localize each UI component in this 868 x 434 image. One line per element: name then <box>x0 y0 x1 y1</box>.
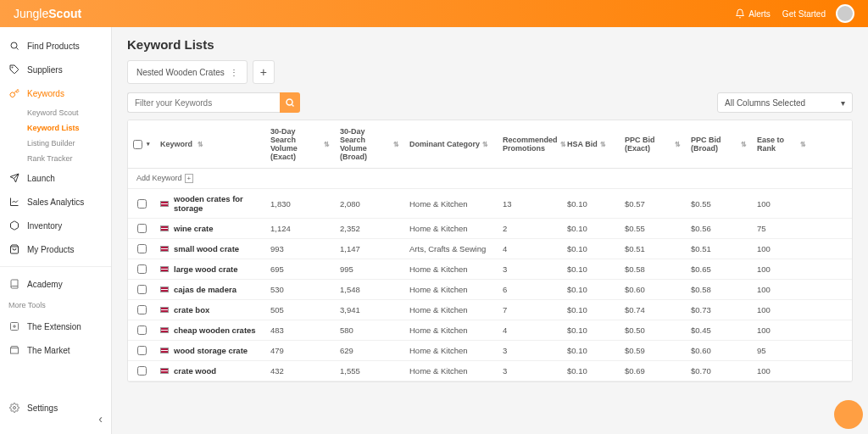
col-hsa-bid[interactable]: HSA Bid⇅ <box>562 120 620 168</box>
help-fab[interactable] <box>834 400 863 429</box>
col-vol-broad[interactable]: 30-Day Search Volume (Broad)⇅ <box>335 120 404 168</box>
collapse-sidebar-icon[interactable]: ‹ <box>98 412 103 426</box>
sidebar-item-my-products[interactable]: My Products <box>0 237 111 261</box>
cell-vol-exact: 1,830 <box>265 199 335 209</box>
sidebar-item-settings[interactable]: Settings <box>0 396 111 420</box>
sidebar-item-inventory[interactable]: Inventory <box>0 214 111 237</box>
col-keyword[interactable]: Keyword⇅ <box>155 120 265 168</box>
search-input[interactable] <box>127 92 280 113</box>
add-keyword-row[interactable]: Add Keyword+ <box>128 169 852 189</box>
flag-icon <box>160 266 169 272</box>
list-tabs: Nested Wooden Crates ⋮ + <box>127 60 853 84</box>
sidebar-item-launch[interactable]: Launch <box>0 166 111 190</box>
avatar[interactable] <box>836 4 854 23</box>
cell-ease: 100 <box>752 326 811 335</box>
cell-ppc-exact: $0.51 <box>620 244 686 253</box>
table-row: cajas de madera5301,548Home & Kitchen6$0… <box>128 280 852 300</box>
sidebar-sub-listing-builder[interactable]: Listing Builder <box>0 136 111 151</box>
cell-ppc-broad: $0.58 <box>686 285 752 294</box>
cell-ppc-exact: $0.55 <box>620 224 686 233</box>
cell-keyword[interactable]: crate wood <box>155 366 265 376</box>
cell-keyword[interactable]: wooden crates for storage <box>155 194 265 213</box>
flag-icon <box>160 327 169 333</box>
sidebar-sub-rank-tracker[interactable]: Rank Tracker <box>0 151 111 166</box>
flag-icon <box>160 225 169 231</box>
col-category[interactable]: Dominant Category⇅ <box>404 120 498 168</box>
cell-vol-broad: 995 <box>335 264 404 274</box>
cell-rec-promo: 13 <box>498 199 562 209</box>
sidebar-label: Find Products <box>27 42 80 51</box>
tab-menu-icon[interactable]: ⋮ <box>230 68 238 77</box>
cell-hsa: $0.10 <box>562 264 620 274</box>
keyword-table: ▾ Keyword⇅ 30-Day Search Volume (Exact)⇅… <box>127 120 853 382</box>
flag-icon <box>160 307 169 313</box>
cell-hsa: $0.10 <box>562 224 620 233</box>
sidebar-sub-keyword-scout[interactable]: Keyword Scout <box>0 105 111 120</box>
sidebar-label: Inventory <box>27 221 62 231</box>
bag-icon <box>8 243 20 255</box>
cell-keyword[interactable]: large wood crate <box>155 264 265 274</box>
col-ppc-broad[interactable]: PPC Bid (Broad)⇅ <box>686 120 752 168</box>
sidebar-item-academy[interactable]: Academy <box>0 272 111 296</box>
sidebar-item-sales-analytics[interactable]: Sales Analytics <box>0 190 111 214</box>
col-rec-promo[interactable]: Recommended Promotions⇅ <box>498 120 562 168</box>
sidebar-sub-keyword-lists[interactable]: Keyword Lists <box>0 120 111 136</box>
cell-vol-exact: 1,124 <box>265 224 335 233</box>
sidebar-item-market[interactable]: The Market <box>0 338 111 362</box>
row-checkbox[interactable] <box>128 224 155 233</box>
cell-keyword[interactable]: wood storage crate <box>155 346 265 355</box>
svg-point-0 <box>11 42 17 48</box>
cell-vol-broad: 580 <box>335 326 404 335</box>
row-checkbox[interactable] <box>128 264 155 274</box>
col-vol-exact[interactable]: 30-Day Search Volume (Exact)⇅ <box>265 120 335 168</box>
row-checkbox[interactable] <box>128 326 155 335</box>
cell-category: Home & Kitchen <box>404 346 498 355</box>
col-ppc-exact[interactable]: PPC Bid (Exact)⇅ <box>620 120 686 168</box>
cell-keyword[interactable]: wine crate <box>155 224 265 233</box>
row-checkbox[interactable] <box>128 305 155 314</box>
cell-keyword[interactable]: cajas de madera <box>155 285 265 294</box>
row-checkbox[interactable] <box>128 285 155 294</box>
search-icon <box>8 40 20 52</box>
sidebar-label: Academy <box>27 280 63 289</box>
table-row: wooden crates for storage1,8302,080Home … <box>128 189 852 219</box>
cell-keyword[interactable]: crate box <box>155 305 265 314</box>
chart-icon <box>8 196 20 208</box>
row-checkbox[interactable] <box>128 244 155 253</box>
table-row: crate wood4321,555Home & Kitchen3$0.10$0… <box>128 361 852 381</box>
cell-keyword[interactable]: small wood crate <box>155 244 265 253</box>
cell-ppc-broad: $0.73 <box>686 305 752 314</box>
cell-vol-broad: 1,548 <box>335 285 404 294</box>
add-list-tab[interactable]: + <box>253 60 275 84</box>
sidebar-item-keywords[interactable]: Keywords <box>0 81 111 105</box>
market-icon <box>8 344 20 356</box>
cell-ease: 100 <box>752 285 811 294</box>
sidebar-item-suppliers[interactable]: Suppliers <box>0 58 111 81</box>
row-checkbox[interactable] <box>128 346 155 355</box>
sidebar-item-find-products[interactable]: Find Products <box>0 34 111 58</box>
cell-ease: 100 <box>752 366 811 376</box>
row-checkbox[interactable] <box>128 199 155 209</box>
select-all-header[interactable]: ▾ <box>128 120 155 168</box>
table-row: crate box5053,941Home & Kitchen7$0.10$0.… <box>128 300 852 320</box>
cell-category: Home & Kitchen <box>404 305 498 314</box>
tab-active-list[interactable]: Nested Wooden Crates ⋮ <box>127 60 248 84</box>
column-selector[interactable]: All Columns Selected ▾ <box>717 92 853 113</box>
book-icon <box>8 278 20 290</box>
get-started-link[interactable]: Get Started <box>782 9 826 19</box>
search-button[interactable] <box>280 92 300 113</box>
table-row: large wood crate695995Home & Kitchen3$0.… <box>128 259 852 280</box>
alerts-link[interactable]: Alerts <box>735 8 771 19</box>
cell-vol-exact: 695 <box>265 264 335 274</box>
col-ease[interactable]: Ease to Rank⇅ <box>752 120 811 168</box>
cell-rec-promo: 4 <box>498 244 562 253</box>
sidebar-label: Launch <box>27 174 55 183</box>
cell-hsa: $0.10 <box>562 326 620 335</box>
cell-keyword[interactable]: cheap wooden crates <box>155 326 265 335</box>
table-row: wine crate1,1242,352Home & Kitchen2$0.10… <box>128 219 852 239</box>
sidebar-item-extension[interactable]: The Extension <box>0 314 111 338</box>
cell-rec-promo: 3 <box>498 264 562 274</box>
row-checkbox[interactable] <box>128 366 155 376</box>
cell-hsa: $0.10 <box>562 244 620 253</box>
cell-vol-broad: 1,147 <box>335 244 404 253</box>
